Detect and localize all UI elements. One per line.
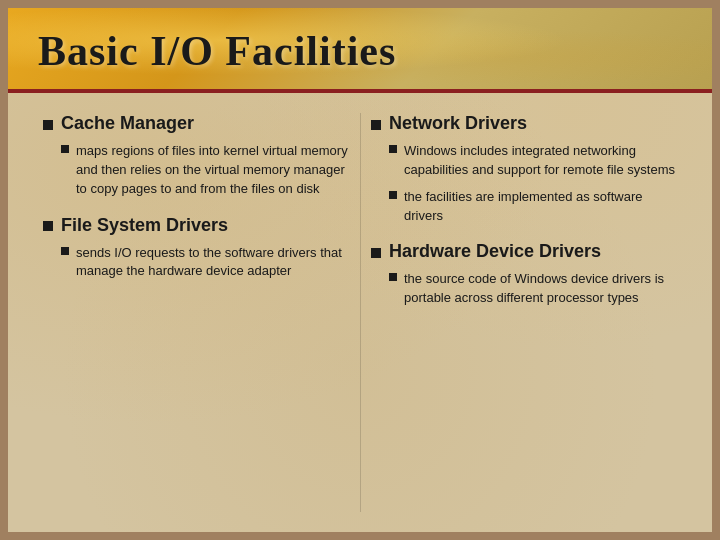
list-item: maps regions of files into kernel virtua… bbox=[61, 142, 350, 199]
network-drivers-title: Network Drivers bbox=[371, 113, 677, 134]
bullet-icon bbox=[43, 120, 53, 130]
list-item: the facilities are implemented as softwa… bbox=[389, 188, 677, 226]
left-column: Cache Manager maps regions of files into… bbox=[33, 113, 360, 512]
file-system-items: sends I/O requests to the software drive… bbox=[43, 244, 350, 282]
hardware-drivers-items: the source code of Windows device driver… bbox=[371, 270, 677, 308]
list-item: the source code of Windows device driver… bbox=[389, 270, 677, 308]
network-drivers-section: Network Drivers Windows includes integra… bbox=[371, 113, 677, 225]
cache-manager-items: maps regions of files into kernel virtua… bbox=[43, 142, 350, 199]
bullet-icon bbox=[371, 120, 381, 130]
sub-bullet-icon bbox=[389, 273, 397, 281]
list-item: Windows includes integrated networking c… bbox=[389, 142, 677, 180]
file-system-section: File System Drivers sends I/O requests t… bbox=[43, 215, 350, 282]
file-system-title: File System Drivers bbox=[43, 215, 350, 236]
cache-manager-title: Cache Manager bbox=[43, 113, 350, 134]
sub-bullet-icon bbox=[61, 145, 69, 153]
title-bar: Basic I/O Facilities bbox=[8, 8, 712, 93]
sub-bullet-icon bbox=[389, 145, 397, 153]
hardware-drivers-title: Hardware Device Drivers bbox=[371, 241, 677, 262]
bullet-icon bbox=[43, 221, 53, 231]
content-area: Cache Manager maps regions of files into… bbox=[8, 93, 712, 532]
cache-manager-section: Cache Manager maps regions of files into… bbox=[43, 113, 350, 199]
slide-title: Basic I/O Facilities bbox=[38, 27, 396, 75]
bullet-icon bbox=[371, 248, 381, 258]
right-column: Network Drivers Windows includes integra… bbox=[360, 113, 687, 512]
sub-bullet-icon bbox=[389, 191, 397, 199]
hardware-drivers-section: Hardware Device Drivers the source code … bbox=[371, 241, 677, 308]
network-drivers-items: Windows includes integrated networking c… bbox=[371, 142, 677, 225]
sub-bullet-icon bbox=[61, 247, 69, 255]
list-item: sends I/O requests to the software drive… bbox=[61, 244, 350, 282]
slide: Basic I/O Facilities Cache Manager maps … bbox=[0, 0, 720, 540]
